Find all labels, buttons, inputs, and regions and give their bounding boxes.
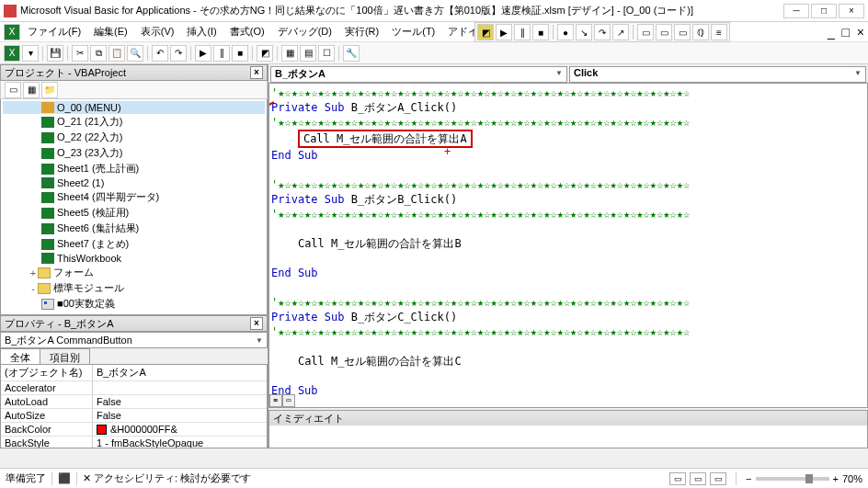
excel-icon bbox=[41, 132, 54, 143]
undo-icon[interactable]: ↶ bbox=[152, 45, 168, 62]
tree-item[interactable]: ■00実数定義 bbox=[3, 296, 265, 312]
design2-icon[interactable]: ◩ bbox=[257, 45, 273, 62]
zoom-level[interactable]: 70% bbox=[842, 473, 862, 484]
tree-item[interactable]: Sheet4 (四半期データ) bbox=[3, 189, 265, 205]
tree-item[interactable]: O_21 (21入力) bbox=[3, 114, 265, 130]
props-row[interactable]: Accelerator bbox=[1, 381, 267, 395]
paste-icon[interactable]: 📋 bbox=[108, 45, 125, 62]
zoom-out-icon[interactable]: − bbox=[746, 473, 751, 484]
project-title: プロジェクト - VBAProject bbox=[5, 66, 126, 80]
menu-file[interactable]: ファイル(F) bbox=[22, 23, 86, 40]
tree-item[interactable]: Sheet2 (1) bbox=[3, 176, 265, 189]
immediate-icon[interactable]: ▭ bbox=[656, 24, 672, 40]
break-icon[interactable]: ‖ bbox=[514, 24, 531, 40]
find-icon[interactable]: 🔍 bbox=[127, 45, 143, 62]
tree-item[interactable]: Sheet6 (集計結果) bbox=[3, 221, 265, 236]
excel-icon bbox=[41, 148, 54, 159]
step-into-icon[interactable]: ↘ bbox=[576, 24, 592, 40]
full-view-icon[interactable]: ▭ bbox=[282, 394, 295, 407]
props-row[interactable]: BackColor&H000000FF& bbox=[1, 423, 267, 437]
tree-item[interactable]: +フォーム bbox=[3, 265, 265, 280]
procedure-combo[interactable]: Click bbox=[569, 66, 866, 83]
status-accessibility[interactable]: ✕ アクセシビリティ: 検討が必要です bbox=[83, 471, 251, 485]
minimize-button[interactable]: ─ bbox=[783, 4, 809, 18]
breakpoint-icon[interactable]: ● bbox=[557, 24, 574, 40]
reset2-icon[interactable]: ■ bbox=[232, 45, 248, 62]
folder-toggle-icon[interactable]: 📁 bbox=[41, 82, 58, 98]
tree-item[interactable]: O_23 (23入力) bbox=[3, 145, 265, 161]
zoom-in-icon[interactable]: + bbox=[833, 473, 839, 484]
immediate-window[interactable]: イミディエイト bbox=[268, 410, 868, 448]
excel-icon[interactable]: X bbox=[4, 24, 20, 40]
quickwatch-icon[interactable]: ℚ bbox=[692, 24, 709, 40]
props-tab-category[interactable]: 項目別 bbox=[40, 348, 90, 364]
view-object-icon[interactable]: ▦ bbox=[23, 82, 40, 98]
view-layout-icon[interactable]: ▭ bbox=[690, 472, 706, 485]
tree-item[interactable]: ThisWorkbook bbox=[3, 252, 265, 265]
project-tree[interactable]: O_00 (MENU)O_21 (21入力)O_22 (22入力)O_23 (2… bbox=[0, 99, 268, 315]
locals-icon[interactable]: ▭ bbox=[637, 24, 654, 40]
folder-icon bbox=[38, 283, 51, 294]
proc-view-icon[interactable]: ≡ bbox=[269, 394, 282, 407]
object-browser-icon[interactable]: ☐ bbox=[318, 45, 335, 62]
tree-item[interactable]: O_22 (22入力) bbox=[3, 130, 265, 145]
highlighted-call: Call M_セル範囲の合計を算出A bbox=[298, 130, 473, 148]
status-record-icon[interactable]: ⬛ bbox=[58, 472, 71, 484]
reset-icon[interactable]: ■ bbox=[532, 24, 549, 40]
callstack-icon[interactable]: ≡ bbox=[711, 24, 727, 40]
insert-icon[interactable]: ▾ bbox=[22, 45, 39, 62]
menu-debug[interactable]: デバッグ(D) bbox=[272, 23, 337, 40]
cut-icon[interactable]: ✂ bbox=[72, 45, 88, 62]
watch-icon[interactable]: ▭ bbox=[674, 24, 691, 40]
menu-insert[interactable]: 挿入(I) bbox=[181, 23, 222, 40]
tree-label: O_22 (22入力) bbox=[57, 131, 123, 144]
folder-icon bbox=[38, 267, 51, 278]
props-row[interactable]: BackStyle1 - fmBackStyleOpaque bbox=[1, 437, 267, 448]
step-over-icon[interactable]: ↷ bbox=[594, 24, 611, 40]
props-close-icon[interactable]: × bbox=[250, 317, 263, 330]
close-button[interactable]: × bbox=[839, 4, 864, 18]
tree-item[interactable]: Sheet5 (検証用) bbox=[3, 205, 265, 221]
view-normal-icon[interactable]: ▭ bbox=[669, 472, 686, 485]
run-icon[interactable]: ▶ bbox=[496, 24, 512, 40]
props-object-combo[interactable]: B_ボタンA CommandButton bbox=[0, 332, 268, 348]
object-combo[interactable]: B_ボタンA bbox=[270, 66, 567, 83]
code-editor[interactable]: + '★☆★☆★☆★☆★☆★☆★☆★☆★☆★☆★☆★☆★☆★☆★☆★☆★☆★☆★… bbox=[268, 83, 868, 408]
menu-view[interactable]: 表示(V) bbox=[135, 23, 180, 40]
debug-toolbar: ◩ ▶ ‖ ■ ● ↘ ↷ ↗ ▭ ▭ ▭ ℚ ≡ bbox=[474, 22, 730, 42]
standard-toolbar: X ▾ 💾 ✂ ⧉ 📋 🔍 ↶ ↷ ▶ ‖ ■ ◩ ▦ ▤ ☐ 🔧 bbox=[0, 42, 868, 64]
maximize-button[interactable]: □ bbox=[811, 4, 837, 18]
menu-edit[interactable]: 編集(E) bbox=[88, 23, 133, 40]
menu-format[interactable]: 書式(O) bbox=[224, 23, 270, 40]
view-excel-icon[interactable]: X bbox=[4, 45, 20, 62]
child-window-controls[interactable]: _ □ × bbox=[824, 25, 864, 40]
props-tab-all[interactable]: 全体 bbox=[0, 348, 40, 364]
run-macro-icon[interactable]: ▶ bbox=[195, 45, 211, 62]
menu-run[interactable]: 実行(R) bbox=[339, 23, 384, 40]
menu-tools[interactable]: ツール(T) bbox=[386, 23, 440, 40]
excel-icon bbox=[41, 164, 54, 175]
tree-item[interactable]: -標準モジュール bbox=[3, 280, 265, 296]
props-row[interactable]: AutoSizeFalse bbox=[1, 409, 267, 423]
zoom-slider[interactable] bbox=[756, 477, 829, 481]
tree-item[interactable]: O_00 (MENU) bbox=[3, 101, 265, 114]
tree-item[interactable]: Sheet7 (まとめ) bbox=[3, 236, 265, 252]
copy-icon[interactable]: ⧉ bbox=[90, 45, 107, 62]
toolbox-icon[interactable]: 🔧 bbox=[343, 45, 360, 62]
props-row[interactable]: AutoLoadFalse bbox=[1, 395, 267, 409]
view-break-icon[interactable]: ▭ bbox=[710, 472, 726, 485]
step-out-icon[interactable]: ↗ bbox=[612, 24, 629, 40]
excel-icon bbox=[41, 253, 54, 264]
save-icon[interactable]: 💾 bbox=[47, 45, 63, 62]
redo-icon[interactable]: ↷ bbox=[170, 45, 187, 62]
project-close-icon[interactable]: × bbox=[250, 66, 263, 79]
properties-icon[interactable]: ▤ bbox=[300, 45, 316, 62]
view-code-icon[interactable]: ▭ bbox=[5, 82, 21, 98]
break2-icon[interactable]: ‖ bbox=[213, 45, 230, 62]
props-grid[interactable]: (オブジェクト名)B_ボタンAAcceleratorAutoLoadFalseA… bbox=[0, 365, 268, 448]
props-row[interactable]: (オブジェクト名)B_ボタンA bbox=[1, 365, 267, 381]
tree-label: 標準モジュール bbox=[53, 281, 124, 295]
project-explorer-icon[interactable]: ▦ bbox=[281, 45, 298, 62]
design-mode-icon[interactable]: ◩ bbox=[477, 24, 494, 40]
tree-item[interactable]: Sheet1 (売上計画) bbox=[3, 161, 265, 176]
